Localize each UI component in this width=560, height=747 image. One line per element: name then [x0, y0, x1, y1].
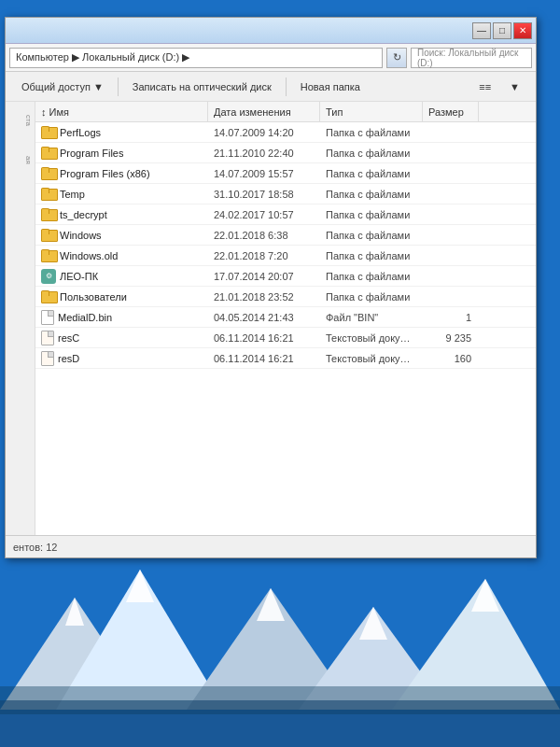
table-row[interactable]: PerfLogs 14.07.2009 14:20 Папка с файлам…: [35, 122, 536, 143]
cell-name: MedialD.bin: [35, 310, 208, 325]
cell-name: Windows.old: [35, 249, 208, 262]
status-text: ентов: 12: [13, 542, 57, 553]
svg-rect-12: [0, 686, 560, 714]
cell-type: Папка с файлами: [320, 250, 423, 261]
title-bar-buttons: — □ ✕: [472, 22, 532, 39]
address-path[interactable]: Компьютер ▶ Локальный диск (D:) ▶: [9, 48, 383, 68]
table-row[interactable]: Temp 31.10.2017 18:58 Папка с файлами: [35, 184, 536, 204]
mountain-background: [0, 542, 560, 747]
cell-date: 21.01.2018 23:52: [208, 291, 320, 303]
cell-date: 22.01.2018 7:20: [208, 250, 320, 261]
cell-name: PerfLogs: [35, 126, 208, 139]
cell-date: 06.11.2014 16:21: [208, 353, 320, 364]
folder-icon: [41, 147, 56, 160]
view-dropdown-button[interactable]: ▼: [501, 75, 528, 99]
address-bar: Компьютер ▶ Локальный диск (D:) ▶ ↻ Поис…: [6, 44, 536, 72]
cell-type: Папка с файлами: [320, 271, 423, 282]
cell-date: 22.01.2018 6:38: [208, 230, 320, 241]
toolbar: Общий доступ ▼ Записать на оптический ди…: [6, 72, 536, 102]
column-date-label: Дата изменения: [214, 106, 291, 118]
table-row[interactable]: resD 06.11.2014 16:21 Текстовый докум… 1…: [35, 348, 536, 369]
folder-icon: [41, 229, 56, 242]
burn-button-label: Записать на оптический диск: [133, 81, 272, 92]
share-button[interactable]: Общий доступ ▼: [13, 75, 112, 99]
folder-icon: [41, 290, 56, 303]
cell-date: 14.07.2009 14:20: [208, 127, 320, 138]
cell-type: Папка с файлами: [320, 168, 423, 179]
table-row[interactable]: resC 06.11.2014 16:21 Текстовый докум… 9…: [35, 328, 536, 348]
column-header-type[interactable]: Тип: [320, 102, 423, 121]
bin-file-icon: [41, 310, 54, 325]
search-box[interactable]: Поиск: Локальный диск (D:): [411, 48, 532, 68]
table-row[interactable]: ⚙ ЛЕО-ПК 17.07.2014 20:07 Папка с файлам…: [35, 266, 536, 287]
cell-name: ⚙ ЛЕО-ПК: [35, 269, 208, 284]
file-name: ts_decrypt: [60, 209, 107, 220]
file-name: Пользователи: [60, 291, 127, 303]
folder-icon: [41, 208, 56, 221]
table-row[interactable]: Windows 22.01.2018 6:38 Папка с файлами: [35, 225, 536, 246]
cell-date: 31.10.2017 18:58: [208, 189, 320, 200]
column-header-name[interactable]: ↕ Имя: [35, 102, 208, 121]
new-folder-button[interactable]: Новая папка: [292, 75, 369, 99]
file-rows-container: PerfLogs 14.07.2009 14:20 Папка с файлам…: [35, 122, 536, 369]
cell-size: 160: [423, 353, 479, 364]
cell-name: resD: [35, 351, 208, 366]
cell-date: 24.02.2017 10:57: [208, 209, 320, 220]
table-row[interactable]: Program Files 21.11.2010 22:40 Папка с ф…: [35, 143, 536, 163]
new-folder-button-label: Новая папка: [301, 81, 360, 92]
explorer-window: — □ ✕ Компьютер ▶ Локальный диск (D:) ▶ …: [5, 17, 537, 558]
minimize-button[interactable]: —: [472, 22, 491, 39]
screen-wrapper: — □ ✕ Компьютер ▶ Локальный диск (D:) ▶ …: [0, 0, 560, 747]
cell-type: Папка с файлами: [320, 148, 423, 159]
text-file-icon: [41, 331, 54, 345]
sidebar: ста ая: [6, 102, 35, 535]
burn-button[interactable]: Записать на оптический диск: [124, 75, 280, 99]
file-name: Program Files: [60, 148, 123, 159]
column-type-label: Тип: [326, 106, 343, 118]
table-row[interactable]: Program Files (x86) 14.07.2009 15:57 Пап…: [35, 163, 536, 184]
column-name-label: Имя: [49, 106, 69, 118]
cell-name: Windows: [35, 229, 208, 242]
cell-type: Текстовый докум…: [320, 332, 423, 344]
table-row[interactable]: Windows.old 22.01.2018 7:20 Папка с файл…: [35, 246, 536, 266]
view-button[interactable]: ≡≡: [470, 75, 499, 99]
cell-date: 17.07.2014 20:07: [208, 271, 320, 282]
table-row[interactable]: MedialD.bin 04.05.2014 21:43 Файл "BIN" …: [35, 307, 536, 328]
address-arrow-button[interactable]: ↻: [386, 48, 407, 68]
file-name: resC: [58, 332, 79, 344]
maximize-button[interactable]: □: [493, 22, 511, 39]
search-placeholder-text: Поиск: Локальный диск (D:): [417, 48, 525, 68]
cell-size: 9 235: [423, 332, 479, 344]
folder-icon: [41, 167, 56, 180]
cell-name: Program Files (x86): [35, 167, 208, 180]
content-area: ста ая ↕ Имя Дата изменения Тип: [6, 102, 536, 535]
cell-date: 04.05.2014 21:43: [208, 312, 320, 323]
table-row[interactable]: ts_decrypt 24.02.2017 10:57 Папка с файл…: [35, 204, 536, 225]
title-bar: — □ ✕: [6, 18, 536, 44]
file-name: Windows.old: [60, 250, 118, 261]
column-header-size[interactable]: Размер: [423, 102, 479, 121]
sidebar-text-1: ста: [7, 115, 33, 126]
text-file-icon: [41, 351, 54, 366]
cell-type: Папка с файлами: [320, 209, 423, 220]
file-name: resD: [58, 353, 79, 364]
column-header-date[interactable]: Дата изменения: [208, 102, 320, 121]
cell-type: Текстовый докум…: [320, 353, 423, 364]
table-row[interactable]: Пользователи 21.01.2018 23:52 Папка с фа…: [35, 287, 536, 307]
status-bar: ентов: 12: [6, 535, 536, 557]
special-folder-icon: ⚙: [41, 269, 56, 284]
file-name: Windows: [60, 230, 102, 241]
file-name: MedialD.bin: [58, 312, 112, 323]
cell-size: 1: [423, 312, 479, 323]
column-size-label: Размер: [428, 106, 464, 118]
cell-type: Папка с файлами: [320, 127, 423, 138]
file-list: ↕ Имя Дата изменения Тип Размер: [35, 102, 536, 535]
sidebar-text-2: ая: [7, 156, 33, 164]
cell-type: Папка с файлами: [320, 189, 423, 200]
folder-icon: [41, 126, 56, 139]
file-name: PerfLogs: [60, 127, 101, 138]
toolbar-separator-1: [118, 78, 119, 96]
cell-name: Program Files: [35, 147, 208, 160]
close-button[interactable]: ✕: [513, 22, 532, 39]
cell-type: Файл "BIN": [320, 312, 423, 323]
